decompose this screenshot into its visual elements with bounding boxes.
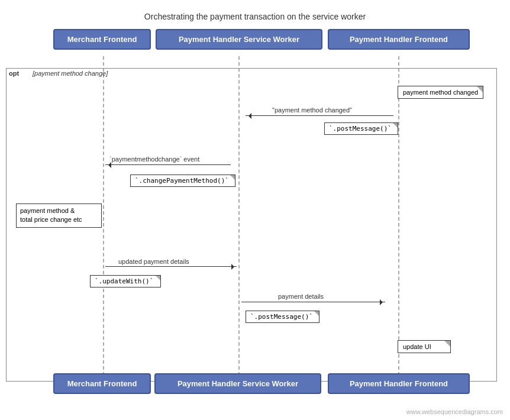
arrow-pmchange-event: [105, 164, 231, 165]
change-payment-method-box: `.changePaymentMethod()`: [130, 175, 235, 187]
sw-bot: Payment Handler Service Worker: [154, 373, 321, 394]
arrow-payment-details: [241, 302, 385, 302]
merchant-frontend-top: Merchant Frontend: [53, 29, 151, 50]
post-message-box-2: `.postMessage()`: [246, 311, 319, 323]
opt-condition: [payment method change]: [33, 70, 108, 77]
diagram-title: Orchestrating the payment transaction on…: [0, 6, 510, 27]
arrow-pm-changed-label: "payment method changed": [272, 106, 352, 114]
diagram: Orchestrating the payment transaction on…: [0, 0, 510, 420]
update-ui-note: update UI: [398, 340, 451, 353]
arrow-updated-payment: [105, 266, 237, 267]
side-note-payment: payment method &total price change etc: [16, 203, 102, 228]
opt-label: opt: [9, 70, 19, 77]
payment-method-changed-note: payment method changed: [398, 86, 483, 99]
watermark: www.websequencediagrams.com: [406, 408, 503, 415]
arrow-payment-details-label: payment details: [278, 293, 324, 300]
phf-top: Payment Handler Frontend: [328, 29, 470, 50]
merchant-frontend-bot: Merchant Frontend: [53, 373, 151, 394]
arrow-pmchange-label: `paymentmethodchange` event: [109, 156, 199, 163]
post-message-box-1: `.postMessage()`: [324, 122, 398, 135]
update-with-box: `.updateWith()`: [90, 275, 161, 287]
phf-bot: Payment Handler Frontend: [328, 373, 470, 394]
sw-top: Payment Handler Service Worker: [156, 29, 322, 50]
arrow-updated-payment-label: updated payment details: [118, 258, 189, 265]
arrow-pm-changed: [246, 115, 393, 116]
